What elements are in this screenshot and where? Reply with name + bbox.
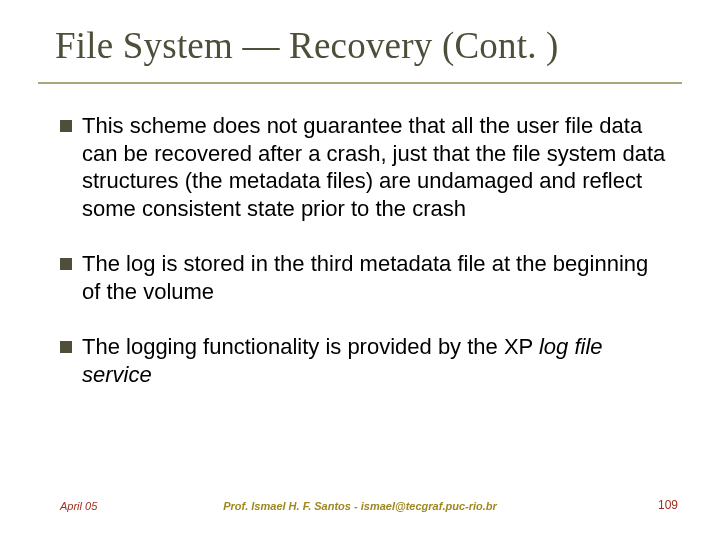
square-bullet-icon <box>60 120 72 132</box>
bullet-prefix: The logging functionality is provided by… <box>82 334 539 359</box>
bullet-text: The logging functionality is provided by… <box>82 333 670 388</box>
bullet-item: The log is stored in the third metadata … <box>60 250 670 305</box>
bullet-text: The log is stored in the third metadata … <box>82 250 670 305</box>
square-bullet-icon <box>60 258 72 270</box>
bullet-item: This scheme does not guarantee that all … <box>60 112 670 222</box>
bullet-text: This scheme does not guarantee that all … <box>82 112 670 222</box>
footer-attribution: Prof. Ismael H. F. Santos - ismael@tecgr… <box>0 500 720 512</box>
bullet-item: The logging functionality is provided by… <box>60 333 670 388</box>
square-bullet-icon <box>60 341 72 353</box>
slide-content: This scheme does not guarantee that all … <box>60 112 670 416</box>
slide-number: 109 <box>658 498 678 512</box>
title-underline <box>38 82 682 84</box>
slide-title: File System — Recovery (Cont. ) <box>55 24 680 67</box>
slide: File System — Recovery (Cont. ) This sch… <box>0 0 720 540</box>
